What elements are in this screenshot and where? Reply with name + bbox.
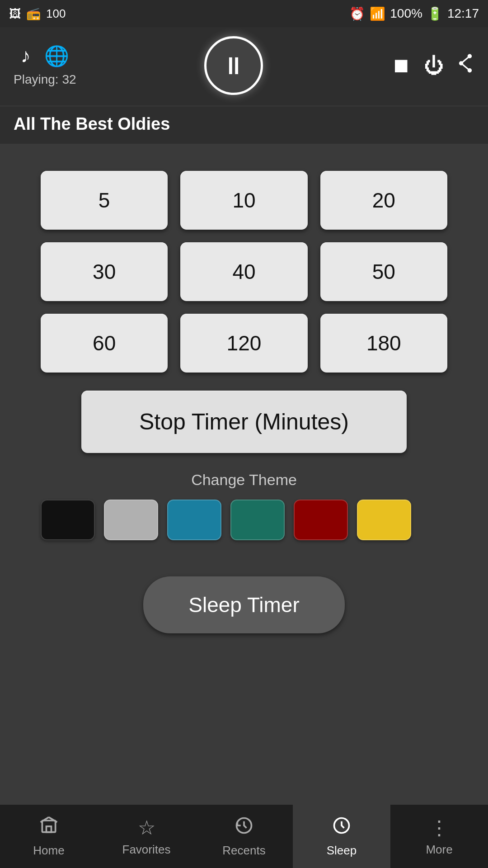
theme-swatch-teal[interactable] (230, 500, 285, 540)
theme-swatches (41, 500, 411, 540)
top-left-icons: ♪ 🌐 (21, 44, 69, 68)
timer-btn-20[interactable]: 20 (320, 171, 447, 230)
top-left-group: ♪ 🌐 Playing: 32 (14, 44, 76, 87)
svg-line-4 (461, 63, 470, 71)
timer-btn-30[interactable]: 30 (41, 242, 168, 301)
theme-swatch-black[interactable] (41, 500, 95, 540)
timer-btn-10[interactable]: 10 (180, 171, 307, 230)
timer-btn-120[interactable]: 120 (180, 314, 307, 373)
playing-label: Playing: 32 (14, 72, 76, 87)
sleep-timer-button[interactable]: Sleep Timer (143, 576, 344, 633)
favorites-icon: ☆ (138, 816, 155, 839)
theme-swatch-blue[interactable] (167, 500, 221, 540)
theme-swatch-yellow[interactable] (357, 500, 411, 540)
bottom-nav: Home ☆ Favorites Recents Sleep ⋮ More (0, 805, 488, 868)
battery-icon: 🔋 (427, 6, 443, 21)
alarm-icon: ⏰ (349, 6, 365, 21)
recents-icon (234, 816, 254, 840)
clock-display: 12:17 (447, 6, 479, 21)
station-title: All The Best Oldies (0, 106, 488, 144)
sleep-label: Sleep (327, 844, 357, 858)
top-right-group: ⏹ ⏻ (391, 53, 474, 78)
main-content: 5 10 20 30 40 50 60 120 180 Stop Timer (… (0, 144, 488, 805)
timer-btn-5[interactable]: 5 (41, 171, 168, 230)
sleep-icon (332, 816, 352, 840)
favorites-label: Favorites (122, 843, 171, 857)
photo-icon: 🖼 (9, 7, 21, 21)
theme-section: Change Theme (41, 471, 447, 540)
theme-swatch-darkred[interactable] (294, 500, 348, 540)
timer-grid: 5 10 20 30 40 50 60 120 180 (41, 171, 447, 373)
timer-btn-40[interactable]: 40 (180, 242, 307, 301)
stop-icon[interactable]: ⏹ (391, 54, 411, 77)
nav-item-favorites[interactable]: ☆ Favorites (98, 805, 195, 868)
stop-timer-button[interactable]: Stop Timer (Minutes) (81, 391, 407, 453)
pause-button[interactable]: ⏸ (204, 36, 263, 95)
theme-swatch-gray[interactable] (104, 500, 158, 540)
home-label: Home (33, 844, 64, 858)
wifi-icon: 📶 (370, 6, 385, 21)
recents-label: Recents (222, 844, 265, 858)
globe-icon[interactable]: 🌐 (44, 44, 69, 68)
status-bar-right: ⏰ 📶 100% 🔋 12:17 (349, 6, 479, 21)
change-theme-label: Change Theme (191, 471, 297, 489)
nav-item-home[interactable]: Home (0, 805, 98, 868)
svg-rect-6 (47, 826, 52, 832)
pause-icon: ⏸ (221, 52, 246, 80)
timer-btn-50[interactable]: 50 (320, 242, 447, 301)
status-bar-left: 🖼 📻 100 (9, 7, 66, 21)
nav-item-more[interactable]: ⋮ More (390, 805, 488, 868)
more-label: More (426, 843, 452, 857)
more-icon: ⋮ (429, 816, 449, 839)
svg-line-8 (49, 817, 57, 822)
timer-btn-60[interactable]: 60 (41, 314, 168, 373)
share-icon[interactable] (456, 53, 474, 78)
nav-item-recents[interactable]: Recents (195, 805, 293, 868)
music-icon[interactable]: ♪ (21, 44, 31, 68)
status-bar: 🖼 📻 100 ⏰ 📶 100% 🔋 12:17 (0, 0, 488, 27)
power-icon[interactable]: ⏻ (424, 54, 444, 77)
top-controls: ♪ 🌐 Playing: 32 ⏸ ⏹ ⏻ (0, 27, 488, 106)
home-icon (39, 816, 59, 840)
timer-btn-180[interactable]: 180 (320, 314, 447, 373)
radio-icon: 📻 (26, 7, 41, 21)
nav-item-sleep[interactable]: Sleep (293, 805, 390, 868)
battery-pct: 100% (390, 6, 422, 21)
svg-line-3 (461, 56, 470, 63)
count-badge: 100 (46, 7, 66, 21)
svg-line-7 (41, 817, 49, 822)
